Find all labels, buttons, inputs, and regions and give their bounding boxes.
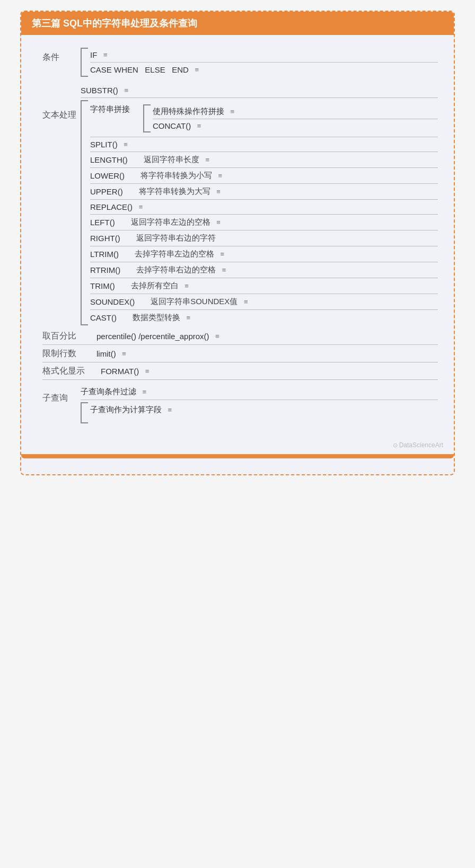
percentile-label: 取百分比 (42, 331, 81, 342)
watermark-text: DataScienceArt (399, 441, 443, 449)
cast-text: CAST() (90, 313, 117, 322)
right-row: RIGHT() 返回字符串右边的字符 (90, 231, 438, 246)
split-text: SPLIT() (90, 140, 118, 149)
left-row: LEFT() 返回字符串左边的空格 ≡ (90, 215, 438, 231)
subquery-filter-text: 子查询条件过滤 (81, 387, 136, 397)
subquery-bracket-content: 子查询作为计算字段 ≡ (90, 402, 438, 423)
special-op-row: 使用特殊操作符拼接 ≡ (153, 104, 438, 119)
subquery-calc-text: 子查询作为计算字段 (90, 405, 162, 415)
upper-icon: ≡ (215, 188, 221, 196)
conditions-section: 条件 IF ≡ CASE WHEN ELSE END ≡ (42, 48, 438, 77)
text-processing-section: 文本处理 SUBSTR() ≡ 字符串拼接 (42, 83, 438, 325)
format-label: 格式化显示 (42, 366, 85, 377)
length-desc: 返回字符串长度 (144, 155, 199, 165)
limit-section: 限制行数 limit() ≡ (42, 348, 438, 362)
text-bracket-content: 字符串拼接 使用特殊操作符拼接 ≡ CONCAT() (90, 100, 438, 325)
watermark: ⊙ DataScienceArt (21, 436, 454, 449)
subquery-content: 子查询条件过滤 ≡ 子查询作为计算字段 ≡ (81, 384, 438, 423)
soundex-icon: ≡ (242, 298, 248, 306)
case-row: CASE WHEN ELSE END ≡ (90, 63, 438, 77)
ltrim-icon: ≡ (218, 250, 224, 258)
subquery-filter-icon: ≡ (140, 388, 146, 396)
text-processing-content: SUBSTR() ≡ 字符串拼接 (81, 83, 438, 325)
conditions-bracket-line (81, 48, 88, 77)
conditions-bracket: IF ≡ CASE WHEN ELSE END ≡ (81, 48, 438, 77)
trim-icon: ≡ (183, 282, 189, 290)
subquery-bracket-line (81, 402, 88, 423)
length-text: LENGTH() (90, 155, 128, 164)
if-icon: ≡ (101, 51, 107, 59)
limit-text: limit() (96, 349, 116, 358)
case-text: CASE WHEN ELSE END (90, 65, 189, 74)
rtrim-text: RTRIM() (90, 265, 120, 274)
concat-bracket-line (143, 104, 151, 132)
trim-row: TRIM() 去掉所有空白 ≡ (90, 278, 438, 294)
soundex-desc: 返回字符串SOUNDEX值 (151, 297, 238, 307)
special-op-icon: ≡ (228, 108, 234, 116)
text-processing-label: 文本处理 (42, 83, 81, 121)
conditions-label: 条件 (42, 48, 81, 63)
left-text: LEFT() (90, 218, 115, 227)
concat-row: CONCAT() ≡ (153, 119, 438, 132)
cast-desc: 数据类型转换 (133, 313, 180, 323)
if-text: IF (90, 50, 97, 59)
text-main-bracket: 字符串拼接 使用特殊操作符拼接 ≡ CONCAT() (81, 100, 438, 325)
subquery-filter-row: 子查询条件过滤 ≡ (81, 384, 438, 400)
case-icon: ≡ (193, 66, 199, 74)
lower-desc: 将字符串转换为小写 (140, 171, 212, 181)
lower-text: LOWER() (90, 171, 125, 180)
rtrim-row: RTRIM() 去掉字符串右边的空格 ≡ (90, 262, 438, 278)
concat-bracket: 使用特殊操作符拼接 ≡ CONCAT() ≡ (143, 104, 438, 132)
split-icon: ≡ (122, 140, 128, 148)
upper-desc: 将字符串转换为大写 (139, 187, 210, 197)
concat-label: 字符串拼接 (90, 102, 143, 114)
replace-row: REPLACE() ≡ (90, 200, 438, 215)
bottom-bar (21, 454, 454, 458)
text-bracket-line (81, 100, 88, 325)
watermark-icon: ⊙ (393, 442, 399, 448)
trim-desc: 去掉所有空白 (131, 281, 179, 291)
right-desc: 返回字符串右边的字符 (136, 233, 216, 243)
format-text: FORMAT() (101, 367, 139, 376)
lower-row: LOWER() 将字符串转换为小写 ≡ (90, 168, 438, 184)
ltrim-text: LTRIM() (90, 250, 119, 259)
ltrim-row: LTRIM() 去掉字符串左边的空格 ≡ (90, 246, 438, 262)
content-area: 条件 IF ≡ CASE WHEN ELSE END ≡ (21, 35, 454, 436)
rtrim-desc: 去掉字符串右边的空格 (136, 265, 216, 275)
left-icon: ≡ (215, 218, 221, 226)
string-concat-section: 字符串拼接 使用特殊操作符拼接 ≡ CONCAT() (90, 100, 438, 137)
substr-row: SUBSTR() ≡ (81, 83, 438, 98)
substr-icon: ≡ (122, 86, 128, 94)
upper-text: UPPER() (90, 187, 123, 196)
length-icon: ≡ (204, 156, 209, 164)
ltrim-desc: 去掉字符串左边的空格 (135, 249, 214, 259)
format-icon: ≡ (143, 367, 149, 375)
title-bar: 第三篇 SQL中的字符串处理及条件查询 (21, 12, 454, 35)
soundex-row: SOUNDEX() 返回字符串SOUNDEX值 ≡ (90, 294, 438, 310)
subquery-label: 子查询 (42, 384, 81, 404)
replace-icon: ≡ (137, 203, 143, 211)
main-container: 第三篇 SQL中的字符串处理及条件查询 条件 IF ≡ (20, 11, 455, 475)
subquery-calc-row: 子查询作为计算字段 ≡ (90, 402, 438, 418)
subquery-section: 子查询 子查询条件过滤 ≡ 子查询作为计算字段 ≡ (42, 384, 438, 423)
percentile-section: 取百分比 percentile() /percentile_approx() ≡ (42, 331, 438, 345)
concat-items: 使用特殊操作符拼接 ≡ CONCAT() ≡ (153, 104, 438, 132)
soundex-text: SOUNDEX() (90, 297, 135, 306)
split-row: SPLIT() ≡ (90, 137, 438, 152)
right-text: RIGHT() (90, 234, 120, 243)
replace-text: REPLACE() (90, 202, 133, 211)
concat-text: CONCAT() (153, 121, 191, 130)
length-row: LENGTH() 返回字符串长度 ≡ (90, 152, 438, 168)
subquery-bracket: 子查询作为计算字段 ≡ (81, 402, 438, 423)
rtrim-icon: ≡ (220, 266, 226, 274)
limit-label: 限制行数 (42, 348, 81, 359)
percentile-text: percentile() /percentile_approx() (96, 332, 209, 341)
trim-text: TRIM() (90, 281, 115, 290)
percentile-icon: ≡ (214, 332, 219, 340)
cast-icon: ≡ (184, 314, 190, 322)
lower-icon: ≡ (216, 172, 222, 180)
left-desc: 返回字符串左边的空格 (131, 217, 210, 227)
page-title: 第三篇 SQL中的字符串处理及条件查询 (32, 17, 197, 30)
format-section: 格式化显示 FORMAT() ≡ (42, 366, 438, 380)
upper-row: UPPER() 将字符串转换为大写 ≡ (90, 184, 438, 200)
